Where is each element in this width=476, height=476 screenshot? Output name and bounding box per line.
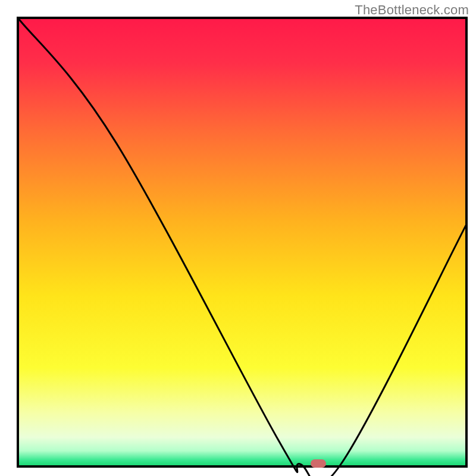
plot-background	[18, 18, 466, 466]
bottleneck-chart	[0, 0, 476, 476]
optimum-marker	[311, 459, 326, 468]
watermark-label: TheBottleneck.com	[355, 2, 469, 18]
chart-container: TheBottleneck.com	[0, 0, 476, 476]
